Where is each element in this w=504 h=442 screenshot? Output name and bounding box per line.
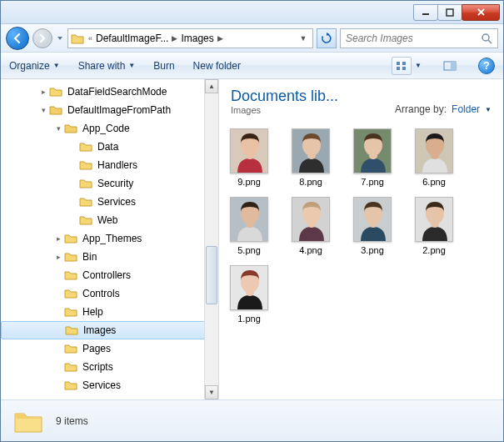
file-thumbnail: [292, 197, 330, 242]
file-thumbnail: [353, 197, 392, 242]
file-label: 7.png: [361, 177, 384, 187]
history-dropdown-icon[interactable]: [56, 33, 64, 43]
tree-item-label: App_Code: [82, 123, 130, 134]
folder-icon: [64, 250, 79, 264]
expander-icon[interactable]: ▸: [37, 88, 49, 96]
tree-item[interactable]: Help: [1, 303, 218, 321]
folder-tree: ▸DataFieldSearchMode▾DefaultImageFromPat…: [1, 79, 219, 399]
forward-button[interactable]: [32, 28, 52, 48]
library-title: Documents lib...: [231, 88, 338, 105]
tree-item[interactable]: Data: [1, 138, 218, 156]
burn-button[interactable]: Burn: [153, 60, 174, 72]
nav-bar: « DefaultImageF... ▶ Images ▶ ▼ Search I…: [1, 24, 503, 53]
file-item[interactable]: 9.png: [226, 128, 272, 187]
file-label: 2.png: [422, 245, 446, 255]
tree-item[interactable]: Images: [1, 321, 218, 339]
folder-icon: [65, 324, 80, 337]
expander-icon[interactable]: ▸: [52, 234, 64, 243]
tree-item[interactable]: ▸App_Themes: [1, 229, 218, 248]
chevron-down-icon: ▼: [53, 62, 60, 69]
back-button[interactable]: [6, 27, 29, 50]
address-bar[interactable]: « DefaultImageF... ▶ Images ▶ ▼: [67, 28, 313, 48]
expander-icon[interactable]: ▸: [52, 253, 64, 261]
explorer-window: « DefaultImageF... ▶ Images ▶ ▼ Search I…: [0, 0, 504, 442]
tree-item[interactable]: Pages: [1, 339, 218, 358]
svg-point-24: [246, 221, 254, 228]
file-item[interactable]: 4.png: [287, 197, 334, 255]
tree-item[interactable]: ▾DefaultImageFromPath: [1, 101, 218, 119]
help-button[interactable]: ?: [478, 58, 495, 74]
tree-item-label: Help: [82, 306, 103, 318]
share-menu[interactable]: Share with▼: [78, 60, 136, 72]
file-item[interactable]: 2.png: [411, 197, 457, 255]
tree-item-label: Controllers: [82, 269, 131, 281]
refresh-button[interactable]: [317, 28, 337, 48]
new-folder-button[interactable]: New folder: [193, 60, 241, 72]
breadcrumb-seg-2[interactable]: Images: [181, 33, 213, 44]
preview-pane-button[interactable]: [440, 57, 460, 75]
folder-icon: [64, 342, 79, 355]
breadcrumb-seg-1[interactable]: DefaultImageF...: [96, 33, 168, 44]
folder-icon: [79, 195, 94, 208]
tree-item[interactable]: ▾App_Code: [1, 119, 218, 138]
folder-icon: [79, 177, 94, 190]
scrollbar[interactable]: ▲ ▼: [204, 79, 218, 399]
organize-menu[interactable]: Organize▼: [9, 60, 60, 72]
folder-icon: [79, 140, 94, 153]
chevron-down-icon: ▼: [128, 62, 135, 69]
file-item[interactable]: 1.png: [226, 265, 272, 324]
search-box[interactable]: Search Images: [340, 28, 498, 48]
svg-point-21: [431, 153, 439, 159]
chevron-down-icon[interactable]: ▼: [415, 62, 422, 69]
tree-item[interactable]: Controls: [1, 284, 218, 303]
titlebar: [1, 1, 503, 24]
file-label: 4.png: [299, 245, 322, 255]
folder-icon: [64, 305, 79, 319]
file-item[interactable]: 6.png: [411, 128, 457, 187]
folder-icon: [64, 269, 79, 282]
tree-item-label: Controls: [82, 288, 120, 299]
minimize-button[interactable]: [413, 4, 438, 21]
tree-item[interactable]: ▸Bin: [1, 248, 218, 266]
svg-rect-4: [397, 62, 400, 65]
search-placeholder: Search Images: [346, 33, 413, 44]
view-mode-button[interactable]: [392, 57, 412, 75]
expander-icon[interactable]: ▾: [37, 106, 49, 114]
file-label: 5.png: [237, 245, 261, 255]
chevron-right-icon: ▶: [217, 34, 223, 43]
tree-item[interactable]: Web: [1, 211, 218, 229]
tree-item[interactable]: Handlers: [1, 156, 218, 174]
tree-item[interactable]: Controllers: [1, 266, 218, 284]
breadcrumb-sep-icon: «: [88, 34, 92, 43]
scroll-down-icon[interactable]: ▼: [205, 385, 218, 399]
tree-item-label: App_Themes: [82, 233, 142, 244]
svg-point-30: [369, 221, 377, 228]
file-item[interactable]: 3.png: [349, 197, 396, 255]
tree-item[interactable]: ▸DataFieldSearchMode: [1, 83, 218, 101]
arrange-by[interactable]: Arrange by: Folder ▼: [395, 103, 492, 115]
file-item[interactable]: 5.png: [226, 197, 272, 255]
maximize-button[interactable]: [437, 4, 462, 21]
folder-icon: [49, 103, 64, 117]
toolbar: Organize▼ Share with▼ Burn New folder ▼ …: [1, 53, 503, 79]
tree-item[interactable]: Services: [1, 193, 218, 211]
tree-item[interactable]: Scripts: [1, 358, 218, 376]
tree-item-label: Pages: [82, 343, 111, 354]
address-dropdown-icon[interactable]: ▼: [296, 34, 311, 43]
tree-item-label: DefaultImageFromPath: [67, 104, 171, 116]
svg-rect-6: [397, 67, 400, 70]
svg-rect-0: [422, 13, 429, 15]
scroll-up-icon[interactable]: ▲: [205, 79, 218, 93]
chevron-down-icon: ▼: [485, 106, 492, 113]
tree-item[interactable]: Services: [1, 376, 218, 394]
file-thumbnail: [415, 128, 453, 173]
expander-icon[interactable]: ▾: [52, 124, 64, 133]
file-item[interactable]: 8.png: [287, 128, 334, 187]
file-label: 9.png: [237, 177, 261, 187]
file-thumbnail: [353, 128, 392, 173]
close-button[interactable]: [462, 4, 500, 21]
status-text: 9 items: [56, 415, 88, 427]
scroll-thumb[interactable]: [206, 246, 217, 304]
tree-item[interactable]: Security: [1, 174, 218, 193]
file-item[interactable]: 7.png: [349, 128, 396, 187]
